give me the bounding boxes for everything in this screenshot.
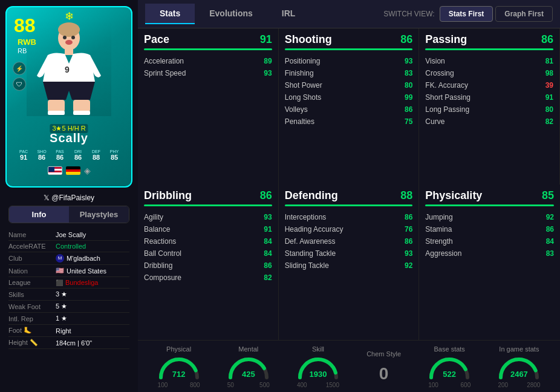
stat-vision: Vision 81: [425, 55, 553, 67]
info-row-club: Club M M'gladbach: [8, 252, 129, 265]
stat-curve: Curve 82: [425, 116, 553, 128]
pace-bar: [144, 48, 272, 50]
switch-btn-graph-first[interactable]: Graph First: [495, 6, 553, 22]
right-panel: Stats Evolutions IRL SWITCH VIEW: Stats …: [138, 0, 560, 392]
category-pace: Pace 91 Acceleration 89 Sprint Speed 93: [138, 28, 279, 185]
card-stat-phy: PHY 85: [106, 149, 123, 161]
defending-bar: [285, 204, 413, 206]
svg-rect-4: [48, 100, 65, 112]
gauge-mental-range: 50 500: [227, 382, 270, 388]
gauge-chem-style: Chem Style 0: [366, 350, 401, 384]
gauge-physical-range: 100 800: [158, 382, 200, 388]
flag-us: [48, 166, 62, 175]
club-icon: M: [56, 254, 64, 263]
physicality-bar: [425, 204, 554, 206]
tab-evolutions[interactable]: Evolutions: [195, 4, 267, 24]
card-player-name: Scally: [7, 131, 131, 145]
stat-stamina: Stamina 86: [425, 223, 554, 235]
info-tabs: Info Playstyles: [8, 206, 129, 223]
tab-irl[interactable]: IRL: [267, 4, 310, 24]
gauge-mental: Mental 425 50 500: [227, 345, 270, 388]
stat-crossing: Crossing 98: [425, 67, 553, 79]
gauge-physical-value: 712: [158, 370, 200, 379]
stat-long-shots: Long Shots 99: [285, 91, 413, 103]
player-image: 9: [27, 19, 111, 116]
gauge-mental-value: 425: [227, 370, 270, 379]
svg-point-8: [65, 40, 73, 45]
svg-rect-7: [73, 111, 90, 115]
stat-jumping: Jumping 92: [425, 211, 554, 223]
stat-sprint-speed: Sprint Speed 93: [144, 67, 272, 79]
stat-acceleration: Acceleration 89: [144, 55, 272, 67]
dribbling-bar: [144, 204, 272, 206]
stat-sliding-tackle: Sliding Tackle 92: [285, 260, 413, 272]
stat-interceptions: Interceptions 86: [285, 211, 413, 223]
stat-balance: Balance 91: [144, 223, 272, 235]
card-stats-row: PAC 91 SHO 86 PAS 86 DRI 86 DEF 88 PHY 8…: [7, 149, 131, 161]
stat-short-passing: Short Passing 91: [425, 91, 553, 103]
stats-grid: Pace 91 Acceleration 89 Sprint Speed 93 …: [138, 28, 560, 340]
tab-playstyles[interactable]: Playstyles: [69, 206, 129, 223]
player-card: ❄ 88 RWB RB ⚡ 🛡 9: [5, 6, 132, 188]
gauge-ingame-value: 2467: [498, 370, 540, 379]
stat-standing-tackle: Standing Tackle 93: [285, 247, 413, 260]
stat-agility: Agility 93: [144, 211, 272, 223]
stat-volleys: Volleys 86: [285, 103, 413, 116]
card-extra-icon: ◈: [84, 166, 91, 175]
stat-penalties: Penalties 75: [285, 116, 413, 128]
card-stat-def: DEF 88: [88, 149, 105, 161]
svg-rect-5: [73, 100, 90, 112]
gauge-ingame-stats: In game stats 2467 200 2800: [498, 345, 540, 388]
switch-btn-stats-first[interactable]: Stats First: [440, 6, 493, 22]
gauge-physical: Physical 712 100 800: [158, 345, 200, 388]
gauge-skill-wrap: 1930: [297, 354, 339, 380]
gauge-base-wrap: 522: [428, 354, 470, 380]
nation-flag: 🇺🇸: [56, 267, 64, 275]
stat-reactions: Reactions 84: [144, 235, 272, 247]
stat-aggression: Aggression 83: [425, 247, 554, 260]
stat-ball-control: Ball Control 84: [144, 247, 272, 260]
stat-fk-accuracy: FK. Accuracy 39: [425, 79, 553, 91]
card-sub-position: RB: [18, 47, 27, 54]
card-icons: ⚡ 🛡: [13, 62, 26, 91]
gauge-ingame-wrap: 2467: [498, 354, 540, 380]
info-row-league: League ⬛ Bundesliga: [8, 277, 129, 289]
category-shooting: Shooting 86 Positioning 93 Finishing 83 …: [279, 28, 420, 185]
gauge-base-value: 522: [428, 370, 470, 379]
info-row-skills: Skills 3 ★: [8, 289, 129, 301]
category-passing: Passing 86 Vision 81 Crossing 98 FK. Acc…: [419, 28, 560, 185]
svg-point-9: [63, 36, 67, 39]
tab-info[interactable]: Info: [9, 206, 69, 223]
stat-heading-accuracy: Heading Accuracy 76: [285, 223, 413, 235]
top-nav: Stats Evolutions IRL SWITCH VIEW: Stats …: [138, 0, 560, 28]
passing-bar: [425, 48, 553, 50]
info-row-foot: Foot 🦶 Right: [8, 325, 129, 337]
gauge-physical-wrap: 712: [158, 354, 200, 380]
svg-rect-6: [48, 111, 65, 115]
card-stat-pac: PAC 91: [15, 149, 32, 161]
gauge-base-stats: Base stats 522 100 600: [428, 345, 470, 388]
gauge-skill: Skill 1930 400 1500: [297, 345, 339, 388]
card-stat-sho: SHO 86: [33, 149, 50, 161]
gauge-skill-range: 400 1500: [297, 382, 339, 388]
tab-stats[interactable]: Stats: [145, 4, 195, 24]
svg-point-1: [58, 22, 80, 37]
card-stat-dri: DRI 86: [70, 149, 86, 161]
card-stat-pas: PAS 86: [51, 149, 68, 161]
svg-rect-2: [65, 48, 73, 55]
switch-view-label: SWITCH VIEW:: [383, 10, 434, 18]
gauge-skill-value: 1930: [297, 370, 339, 379]
info-table: Name Joe Scally AcceleRATE Controlled Cl…: [8, 229, 129, 349]
card-icon-1: ⚡: [13, 62, 26, 75]
stat-composure: Composure 82: [144, 272, 272, 284]
gauge-base-range: 100 600: [428, 382, 470, 388]
card-flags: ◈: [7, 166, 131, 175]
gauge-ingame-range: 200 2800: [498, 382, 540, 388]
gauges-row: Physical 712 100 800 Mental 425: [138, 340, 560, 392]
switch-view-buttons: Stats First Graph First: [440, 6, 553, 22]
stat-long-passing: Long Passing 80: [425, 103, 553, 116]
stat-shot-power: Shot Power 80: [285, 79, 413, 91]
category-physicality: Physicality 85 Jumping 92 Stamina 86 Str…: [419, 185, 560, 341]
left-panel: ❄ 88 RWB RB ⚡ 🛡 9: [0, 0, 138, 392]
card-icon-2: 🛡: [13, 77, 26, 91]
